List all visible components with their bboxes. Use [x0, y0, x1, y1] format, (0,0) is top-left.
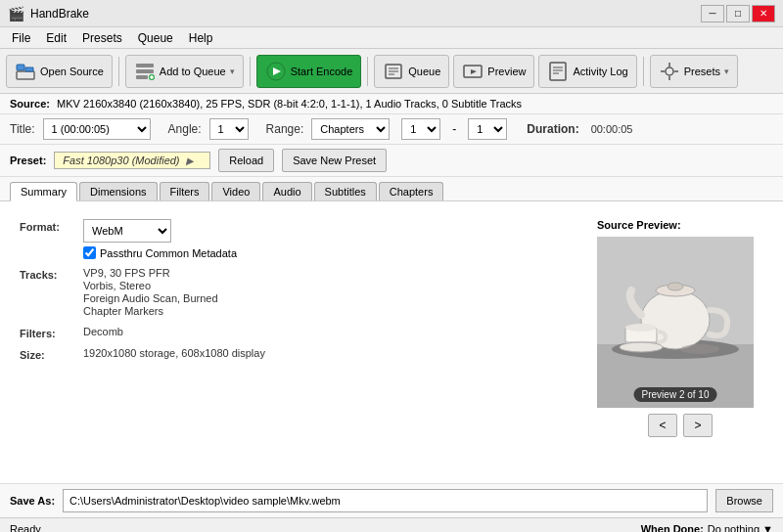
menu-file[interactable]: File	[4, 29, 38, 47]
filters-value: Decomb	[83, 326, 577, 338]
preset-name: Fast 1080p30 (Modified)	[63, 155, 179, 166]
minimize-button[interactable]: ─	[701, 5, 724, 22]
preview-area: Source Preview:	[597, 219, 763, 437]
queue-icon	[383, 61, 404, 82]
track-4: Chapter Markers	[83, 305, 577, 317]
add-to-queue-button[interactable]: Add to Queue ▾	[125, 55, 244, 88]
app-title: HandBrake	[30, 7, 89, 21]
tab-audio[interactable]: Audio	[262, 182, 311, 200]
preview-label: Preview	[487, 66, 526, 77]
track-1: VP9, 30 FPS PFR	[83, 267, 577, 279]
svg-rect-16	[550, 63, 566, 80]
passthru-row: Passthru Common Metadata	[83, 246, 577, 259]
presets-button[interactable]: Presets ▾	[650, 55, 738, 88]
when-done-value[interactable]: Do nothing ▼	[708, 523, 773, 533]
presets-dropdown-arrow: ▾	[724, 66, 729, 76]
separator-4	[643, 57, 644, 86]
duration-label: Duration:	[527, 122, 578, 136]
tracks-row: Tracks: VP9, 30 FPS PFR Vorbis, Stereo F…	[20, 267, 577, 318]
open-source-button[interactable]: Open Source	[6, 55, 113, 88]
source-value: MKV 2160x3840 (2160x3840), 25 FPS, SDR (…	[57, 98, 522, 110]
duration-value: 00:00:05	[591, 123, 633, 135]
titlebar: 🎬 HandBrake ─ □ ✕	[0, 0, 783, 27]
passthru-checkbox[interactable]	[83, 246, 96, 259]
menu-queue[interactable]: Queue	[130, 29, 181, 47]
range-dash: -	[452, 122, 456, 136]
queue-button[interactable]: Queue	[374, 55, 449, 88]
svg-point-30	[668, 283, 683, 290]
filters-text: Decomb	[83, 326, 577, 337]
separator-1	[118, 57, 119, 86]
source-bar: Source: MKV 2160x3840 (2160x3840), 25 FP…	[0, 94, 783, 114]
tab-video[interactable]: Video	[211, 182, 260, 200]
separator-2	[250, 57, 251, 86]
preset-label: Preset:	[10, 155, 46, 166]
activity-log-label: Activity Log	[573, 66, 627, 77]
tabs-bar: Summary Dimensions Filters Video Audio S…	[0, 177, 783, 201]
start-encode-icon	[265, 61, 287, 82]
preview-prev-button[interactable]: <	[648, 414, 677, 437]
svg-point-34	[620, 342, 663, 352]
source-label: Source:	[10, 98, 50, 110]
svg-point-20	[666, 67, 673, 75]
controls-row: Title: 1 (00:00:05) Angle: 1 Range: Chap…	[0, 114, 783, 145]
tab-filters[interactable]: Filters	[160, 182, 210, 200]
activity-log-button[interactable]: Activity Log	[538, 55, 636, 88]
browse-button[interactable]: Browse	[715, 489, 773, 512]
toolbar: Open Source Add to Queue ▾ Start Encode …	[0, 49, 783, 94]
add-to-queue-icon	[134, 61, 156, 82]
tab-summary[interactable]: Summary	[10, 182, 77, 201]
preview-icon	[462, 61, 484, 82]
save-path-input[interactable]	[63, 489, 708, 512]
statusbar: Ready When Done: Do nothing ▼	[0, 517, 783, 532]
reload-button[interactable]: Reload	[218, 149, 274, 172]
tab-chapters[interactable]: Chapters	[379, 182, 444, 200]
save-new-preset-button[interactable]: Save New Preset	[282, 149, 387, 172]
title-select[interactable]: 1 (00:00:05)	[43, 118, 151, 140]
format-row: Format: WebM MKV MP4 Passthru Common Met…	[20, 219, 577, 259]
range-select[interactable]: Chapters	[311, 118, 390, 140]
range-to-select[interactable]: 1	[468, 118, 507, 140]
track-2: Vorbis, Stereo	[83, 280, 577, 291]
size-text: 1920x1080 storage, 608x1080 display	[83, 347, 577, 359]
format-select[interactable]: WebM MKV MP4	[83, 219, 171, 243]
tab-subtitles[interactable]: Subtitles	[314, 182, 377, 200]
preview-next-button[interactable]: >	[683, 414, 713, 437]
open-source-label: Open Source	[40, 66, 104, 77]
track-3: Foreign Audio Scan, Burned	[83, 292, 577, 304]
size-row: Size: 1920x1080 storage, 608x1080 displa…	[20, 347, 577, 361]
svg-point-33	[625, 324, 657, 332]
angle-label: Angle:	[168, 122, 202, 136]
open-source-icon	[15, 61, 36, 82]
preview-button[interactable]: Preview	[453, 55, 534, 88]
when-done-area: When Done: Do nothing ▼	[641, 523, 773, 533]
activity-log-icon	[547, 61, 569, 82]
presets-label: Presets	[684, 66, 720, 77]
size-value: 1920x1080 storage, 608x1080 display	[83, 347, 577, 360]
preview-svg	[597, 237, 754, 408]
add-to-queue-label: Add to Queue	[160, 66, 226, 77]
titlebar-left: 🎬 HandBrake	[8, 6, 89, 22]
add-dropdown-arrow: ▾	[230, 66, 235, 76]
range-from-select[interactable]: 1	[401, 118, 440, 140]
start-encode-button[interactable]: Start Encode	[256, 55, 362, 88]
menu-edit[interactable]: Edit	[38, 29, 74, 47]
format-value: WebM MKV MP4 Passthru Common Metadata	[83, 219, 577, 259]
menu-help[interactable]: Help	[181, 29, 221, 47]
queue-label: Queue	[408, 66, 440, 77]
preview-image: Preview 2 of 10	[597, 237, 754, 408]
maximize-button[interactable]: □	[726, 5, 750, 22]
tab-dimensions[interactable]: Dimensions	[79, 182, 157, 200]
close-button[interactable]: ✕	[752, 5, 775, 22]
start-encode-label: Start Encode	[291, 66, 353, 77]
passthru-label: Passthru Common Metadata	[100, 247, 237, 259]
titlebar-controls: ─ □ ✕	[701, 5, 775, 22]
main-content: Format: WebM MKV MP4 Passthru Common Met…	[0, 201, 783, 483]
menu-presets[interactable]: Presets	[74, 29, 130, 47]
separator-3	[367, 57, 368, 86]
status-text: Ready	[10, 523, 41, 533]
size-label: Size:	[20, 347, 83, 361]
preview-overlay: Preview 2 of 10	[634, 387, 717, 402]
angle-select[interactable]: 1	[209, 118, 249, 140]
app-icon: 🎬	[8, 6, 24, 22]
